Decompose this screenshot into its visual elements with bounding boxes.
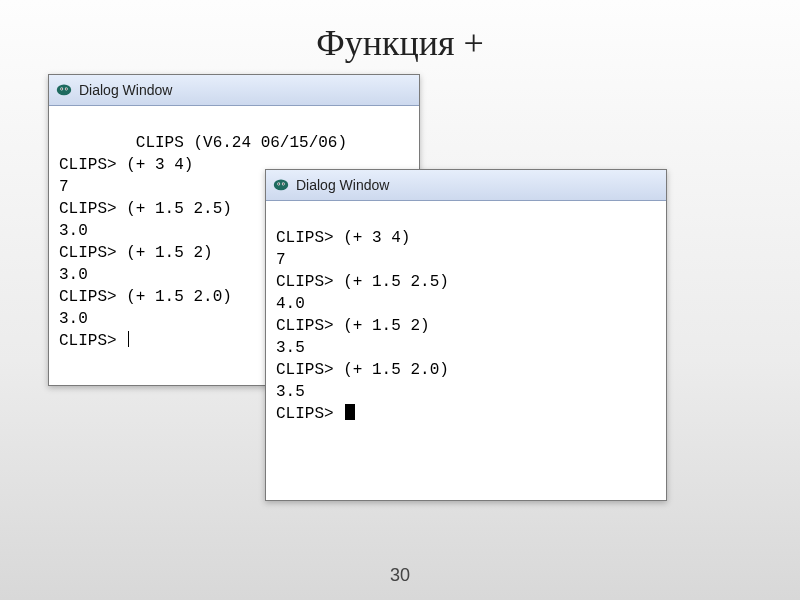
svg-point-3: [61, 88, 62, 89]
terminal-2-line-1: 7: [276, 251, 286, 269]
terminal-1-line-6: CLIPS> (+ 1.5 2.0): [59, 288, 232, 306]
terminal-2-line-0: CLIPS> (+ 3 4): [276, 229, 410, 247]
svg-point-9: [283, 183, 284, 184]
terminal-2-line-3: 4.0: [276, 295, 305, 313]
terminal-2-line-4: CLIPS> (+ 1.5 2): [276, 317, 430, 335]
svg-point-0: [57, 84, 71, 95]
terminal-1-line-0: CLIPS> (+ 3 4): [59, 156, 193, 174]
terminal-1-line-1: 7: [59, 178, 69, 196]
titlebar-1[interactable]: Dialog Window: [49, 75, 419, 106]
text-cursor-icon: [128, 331, 129, 347]
terminal-1-line-5: 3.0: [59, 266, 88, 284]
slide-stage: Dialog Window CLIPS (V6.24 06/15/06)CLIP…: [0, 64, 800, 584]
dialog-window-2: Dialog Window CLIPS> (+ 3 4) 7 CLIPS> (+…: [265, 169, 667, 501]
block-cursor-icon: [345, 404, 355, 420]
window-title-1: Dialog Window: [79, 82, 172, 98]
page-number: 30: [0, 565, 800, 586]
app-icon: [55, 80, 79, 101]
app-icon: [272, 175, 296, 196]
titlebar-2[interactable]: Dialog Window: [266, 170, 666, 201]
terminal-1-line-7: 3.0: [59, 310, 88, 328]
window-title-2: Dialog Window: [296, 177, 389, 193]
terminal-1-line-3: 3.0: [59, 222, 88, 240]
terminal-2-line-8: CLIPS>: [276, 405, 343, 423]
svg-point-8: [278, 183, 279, 184]
terminal-1-line-8: CLIPS>: [59, 332, 126, 350]
terminal-2[interactable]: CLIPS> (+ 3 4) 7 CLIPS> (+ 1.5 2.5) 4.0 …: [266, 201, 666, 453]
terminal-1-line-2: CLIPS> (+ 1.5 2.5): [59, 200, 232, 218]
terminal-2-line-5: 3.5: [276, 339, 305, 357]
clips-version-header: CLIPS (V6.24 06/15/06): [59, 132, 409, 154]
terminal-2-line-6: CLIPS> (+ 1.5 2.0): [276, 361, 449, 379]
terminal-2-line-2: CLIPS> (+ 1.5 2.5): [276, 273, 449, 291]
slide-title: Функция +: [0, 0, 800, 64]
terminal-1-line-4: CLIPS> (+ 1.5 2): [59, 244, 213, 262]
terminal-2-line-7: 3.5: [276, 383, 305, 401]
svg-point-4: [66, 88, 67, 89]
svg-point-5: [274, 179, 288, 190]
